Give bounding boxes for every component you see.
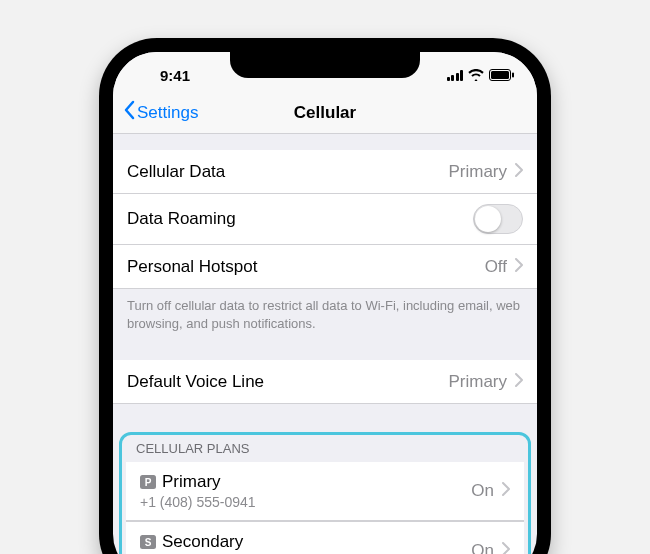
chevron-right-icon: [502, 481, 510, 501]
notch: [230, 52, 420, 78]
back-button[interactable]: Settings: [123, 100, 198, 125]
data-roaming-toggle[interactable]: [473, 204, 523, 234]
cellular-data-label: Cellular Data: [127, 162, 225, 182]
sim-badge-icon: S: [140, 535, 156, 549]
chevron-right-icon: [515, 372, 523, 392]
personal-hotspot-value: Off: [485, 257, 507, 277]
status-time: 9:41: [135, 67, 215, 84]
cellular-data-value: Primary: [448, 162, 507, 182]
cellular-signal-icon: [447, 70, 464, 81]
page-title: Cellular: [294, 103, 356, 123]
chevron-right-icon: [515, 162, 523, 182]
default-voice-value: Primary: [448, 372, 507, 392]
toggle-knob: [475, 206, 501, 232]
sim-badge-icon: P: [140, 475, 156, 489]
cellular-data-footer: Turn off cellular data to restrict all d…: [113, 289, 537, 332]
row-plan-primary[interactable]: P Primary +1 (408) 555-0941 On: [126, 462, 524, 521]
battery-icon: [489, 69, 515, 81]
content: Cellular Data Primary Data Roaming Per: [113, 134, 537, 554]
back-label: Settings: [137, 103, 198, 123]
cellular-plans-header: CELLULAR PLANS: [126, 439, 524, 462]
row-data-roaming[interactable]: Data Roaming: [113, 194, 537, 245]
phone-frame: 9:41 Settings Cellular: [99, 38, 551, 554]
row-default-voice-line[interactable]: Default Voice Line Primary: [113, 360, 537, 404]
phone-screen: 9:41 Settings Cellular: [113, 52, 537, 554]
nav-bar: Settings Cellular: [113, 92, 537, 134]
plan-status: On: [471, 541, 494, 554]
status-icons: [435, 69, 515, 81]
cellular-plans-highlight: CELLULAR PLANS P Primary +1 (408) 555-09…: [119, 432, 531, 554]
chevron-left-icon: [123, 100, 135, 125]
plan-name: Secondary: [162, 532, 243, 552]
plan-number: +1 (408) 555-0941: [140, 494, 256, 510]
row-cellular-data[interactable]: Cellular Data Primary: [113, 150, 537, 194]
svg-rect-1: [491, 71, 509, 79]
plan-name: Primary: [162, 472, 221, 492]
row-plan-secondary[interactable]: S Secondary +1 (408) 555-0942 On: [126, 521, 524, 554]
svg-rect-2: [512, 73, 514, 78]
wifi-icon: [468, 69, 484, 81]
personal-hotspot-label: Personal Hotspot: [127, 257, 257, 277]
row-personal-hotspot[interactable]: Personal Hotspot Off: [113, 245, 537, 289]
data-roaming-label: Data Roaming: [127, 209, 236, 229]
plan-status: On: [471, 481, 494, 501]
chevron-right-icon: [515, 257, 523, 277]
chevron-right-icon: [502, 541, 510, 554]
default-voice-label: Default Voice Line: [127, 372, 264, 392]
